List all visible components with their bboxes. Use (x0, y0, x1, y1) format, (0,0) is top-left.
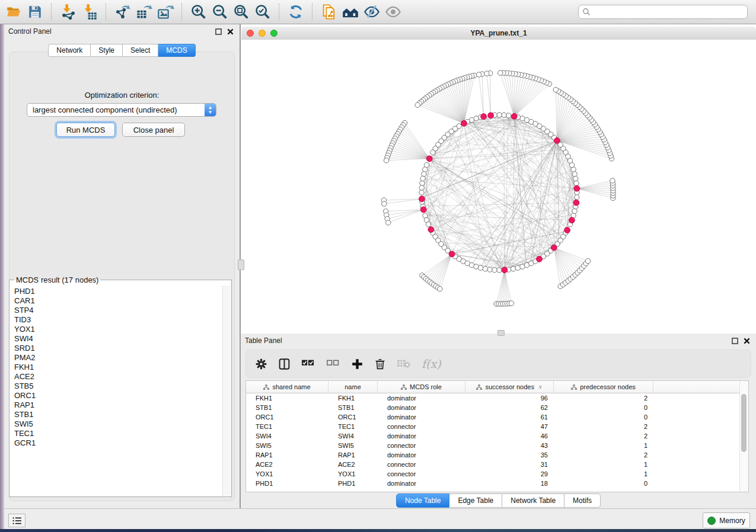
mcds-result-item[interactable]: PMA2 (14, 353, 223, 363)
table-row[interactable]: FKH1FKH1dominator962 (246, 393, 748, 403)
memory-label: Memory (719, 517, 745, 525)
column-header-name[interactable]: name (328, 381, 378, 393)
control-panel-title: Control Panel (4, 27, 52, 36)
task-history-button[interactable] (8, 514, 25, 527)
mcds-result-item[interactable]: STB5 (14, 382, 223, 391)
table-cell: ORC1 (246, 414, 328, 421)
table-cell: YOX1 (246, 470, 328, 477)
table-options-button[interactable] (255, 358, 267, 370)
tab-style[interactable]: Style (91, 44, 123, 57)
mcds-result-item[interactable]: FKH1 (14, 363, 223, 372)
float-panel-icon[interactable] (732, 338, 738, 344)
tab-node-table[interactable]: Node Table (396, 493, 450, 508)
table-cell: SWI5 (246, 442, 328, 449)
tab-edge-table[interactable]: Edge Table (449, 493, 502, 508)
deselect-all-button[interactable] (326, 358, 340, 370)
add-column-button[interactable] (351, 358, 363, 370)
mcds-result-item[interactable]: TID3 (14, 315, 223, 325)
table-row[interactable]: TEC1TEC1connector472 (246, 422, 748, 431)
clone-network-button[interactable] (319, 2, 339, 21)
mcds-list-scrollbar[interactable] (222, 286, 231, 496)
mcds-result-item[interactable]: STP4 (14, 306, 223, 315)
tab-mcds[interactable]: MCDS (158, 44, 195, 57)
delete-column-button[interactable] (374, 358, 386, 370)
close-panel-icon[interactable] (744, 338, 750, 344)
mcds-result-item[interactable]: SWI5 (14, 419, 223, 429)
export-image-button[interactable] (155, 2, 176, 21)
memory-button[interactable]: Memory (703, 512, 750, 528)
network-canvas[interactable] (241, 40, 756, 334)
column-header-successor-nodes[interactable]: successor nodes∨ (465, 381, 554, 393)
mcds-result-item[interactable]: ORC1 (14, 391, 223, 400)
status-bar: Memory (4, 508, 756, 529)
table-cell: connector (378, 423, 465, 430)
eye-slash-icon (363, 4, 381, 20)
mcds-result-item[interactable]: STB1 (14, 410, 223, 419)
tab-motifs[interactable]: Motifs (564, 493, 601, 508)
import-table-button[interactable] (79, 2, 100, 21)
table-scrollbar[interactable] (739, 381, 748, 492)
close-panel-button[interactable]: Close panel (122, 123, 185, 137)
column-header-predecessor-nodes[interactable]: predecessor nodes (554, 381, 653, 393)
column-header-label: successor nodes (485, 383, 534, 390)
panel-splitter-handle[interactable] (238, 259, 244, 270)
table-cell: dominator (378, 451, 465, 459)
table-splitter-handle[interactable] (497, 330, 505, 336)
apply-layout-button[interactable] (286, 2, 306, 21)
mcds-result-item[interactable]: PHD1 (14, 287, 223, 296)
show-all-button[interactable] (383, 2, 403, 21)
close-panel-icon[interactable] (227, 28, 234, 35)
network-window-titlebar[interactable]: YPA_prune.txt_1 (241, 27, 756, 40)
table-scrollbar-thumb[interactable] (741, 394, 747, 452)
table-row[interactable]: PHD1PHD1dominator180 (246, 479, 748, 488)
mcds-result-item[interactable]: CAR1 (14, 296, 223, 306)
table-row[interactable]: SWI4SWI4dominator462 (246, 431, 748, 441)
criterion-dropdown[interactable]: largest connected component (undirected)… (27, 103, 216, 117)
mcds-result-item[interactable]: SRD1 (14, 344, 223, 353)
table-row[interactable]: RAP1RAP1dominator352 (246, 450, 748, 460)
zoom-out-icon (212, 4, 228, 20)
table-row[interactable]: ACE2ACE2connector311 (246, 460, 748, 469)
table-row[interactable]: ORC1ORC1dominator610 (246, 412, 748, 422)
zoom-in-button[interactable] (189, 2, 209, 21)
column-browser-button[interactable] (278, 358, 291, 370)
zoom-fit-button[interactable] (231, 2, 251, 21)
control-panel-header: Control Panel (4, 24, 240, 39)
table-panel-title: Table Panel (241, 336, 282, 345)
tab-network-table[interactable]: Network Table (502, 493, 564, 508)
hide-selected-button[interactable] (362, 2, 382, 21)
table-row[interactable]: YOX1YOX1connector291 (246, 469, 748, 479)
zoom-selected-button[interactable] (253, 2, 273, 21)
mcds-result-item[interactable]: RAP1 (14, 400, 223, 410)
zoom-out-button[interactable] (210, 2, 230, 21)
mcds-result-item[interactable]: YOX1 (14, 325, 223, 334)
mcds-result-item[interactable]: ACE2 (14, 372, 223, 382)
table-row[interactable]: STB1STB1dominator620 (246, 403, 748, 412)
save-session-button[interactable] (25, 2, 45, 21)
memory-status-icon (707, 517, 716, 525)
mcds-result-item[interactable]: SWI4 (14, 334, 223, 344)
home-views-button[interactable] (340, 2, 361, 21)
column-header-MCDS-role[interactable]: MCDS role (378, 381, 465, 393)
float-panel-icon[interactable] (215, 28, 222, 35)
search-input[interactable] (578, 5, 748, 19)
open-file-button[interactable] (4, 2, 24, 21)
zoom-selected-icon (254, 4, 271, 20)
mcds-result-item[interactable]: TEC1 (14, 429, 223, 438)
select-all-button[interactable] (301, 358, 315, 370)
table-row[interactable]: SWI5SWI5connector431 (246, 441, 748, 450)
import-network-button[interactable] (58, 2, 78, 21)
export-image-icon (157, 4, 174, 20)
column-header-shared-name[interactable]: shared name (246, 381, 328, 393)
run-mcds-button[interactable]: Run MCDS (56, 123, 115, 137)
table-cell: RAP1 (328, 451, 378, 459)
tab-network[interactable]: Network (48, 44, 91, 57)
mcds-result-item[interactable]: GCR1 (14, 438, 223, 448)
export-table-button[interactable] (134, 2, 154, 21)
tab-select[interactable]: Select (123, 44, 158, 57)
export-network-button[interactable] (113, 2, 133, 21)
sort-indicator-icon[interactable]: ∨ (538, 384, 543, 390)
mcds-result-list[interactable]: PHD1CAR1STP4TID3YOX1SWI4SRD1PMA2FKH1ACE2… (10, 286, 223, 496)
network-graph[interactable] (241, 40, 756, 334)
column-header-label: shared name (272, 383, 310, 390)
